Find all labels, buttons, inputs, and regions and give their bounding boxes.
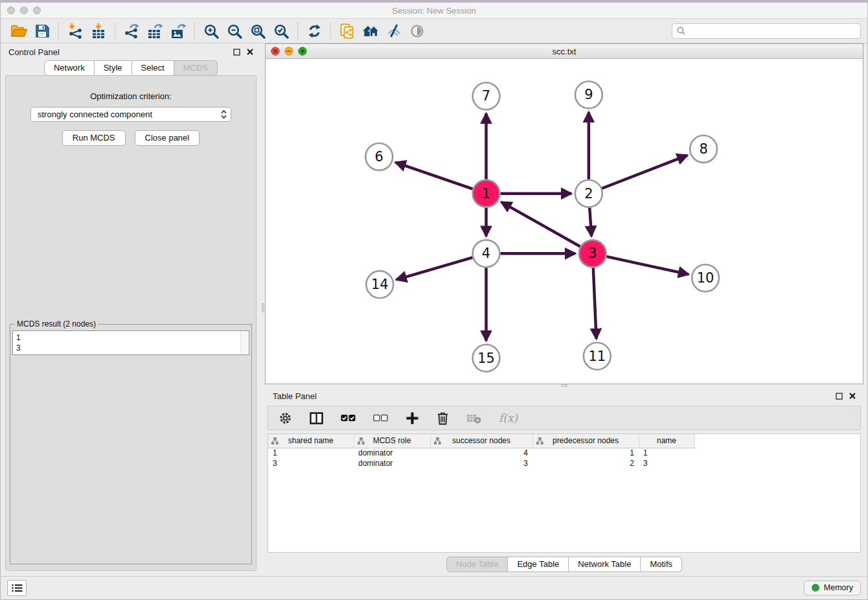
mcds-result-area[interactable]: 1 3	[12, 330, 249, 355]
right-column: scc.txt 7968124314101511 Table Panel	[265, 43, 867, 576]
select-all-checkboxes-icon[interactable]	[341, 408, 356, 428]
close-panel-icon[interactable]	[849, 393, 856, 399]
gear-icon[interactable]	[279, 408, 292, 428]
node-label-3: 3	[588, 246, 597, 261]
search-field[interactable]	[672, 23, 861, 39]
zoom-fit-icon[interactable]	[246, 21, 269, 41]
home-icon[interactable]	[359, 21, 382, 41]
search-input[interactable]	[689, 27, 856, 36]
delete-table-icon[interactable]	[466, 408, 481, 428]
tab-select[interactable]: Select	[132, 60, 174, 76]
table-toolbar: f(x)	[268, 406, 861, 430]
edge-1-6[interactable]	[396, 163, 473, 189]
node-table: shared nameMCDS rolesuccessor nodesprede…	[268, 433, 861, 553]
table-cell[interactable]: 3	[268, 458, 354, 468]
result-scrollbar[interactable]	[240, 332, 248, 354]
mcds-result-legend: MCDS result (2 nodes)	[15, 319, 98, 329]
edge-3-1[interactable]	[501, 202, 580, 247]
zoom-in-icon[interactable]	[200, 21, 223, 41]
main-toolbar	[1, 19, 867, 43]
table-row[interactable]: 3dominator323	[268, 458, 694, 468]
tab-node-table[interactable]: Node Table	[446, 557, 508, 572]
float-panel-icon[interactable]	[836, 393, 843, 400]
criterion-select-value: strongly connected component	[38, 110, 152, 119]
node-label-15: 15	[477, 351, 495, 366]
column-header-predecessor-nodes[interactable]: predecessor nodes	[532, 434, 639, 448]
tab-network-table[interactable]: Network Table	[569, 557, 641, 572]
main-area: Control Panel NetworkStyleSelectMCDS Opt…	[1, 43, 867, 576]
table-cell[interactable]: dominator	[354, 448, 430, 458]
hide-graphics-details-icon[interactable]	[382, 21, 405, 41]
toolbar-separator	[330, 23, 331, 40]
run-mcds-button[interactable]: Run MCDS	[62, 130, 126, 146]
control-panel-tabs: NetworkStyleSelectMCDS	[1, 60, 261, 76]
hierarchy-icon	[536, 437, 543, 444]
column-header-shared-name[interactable]: shared name	[268, 434, 354, 448]
tab-edge-table[interactable]: Edge Table	[508, 557, 569, 572]
tab-style[interactable]: Style	[95, 60, 132, 76]
table-row[interactable]: 1dominator411	[268, 448, 694, 458]
criterion-select[interactable]: strongly connected component	[30, 107, 231, 122]
mcds-result-box: MCDS result (2 nodes) 1 3	[10, 319, 252, 564]
refresh-icon[interactable]	[303, 21, 326, 41]
network-window-title: scc.txt	[266, 47, 863, 56]
splitter-grip[interactable]	[262, 303, 264, 312]
titlebar: Session: New Session	[1, 3, 867, 19]
network-window-titlebar[interactable]: scc.txt	[266, 44, 863, 59]
network-graph[interactable]: 7968124314101511	[266, 59, 863, 384]
search-icon	[677, 27, 685, 35]
zoom-selected-icon[interactable]	[269, 21, 293, 41]
horizontal-splitter[interactable]	[265, 384, 863, 387]
split-view-icon[interactable]	[310, 408, 323, 428]
column-header-successor-nodes[interactable]: successor nodes	[430, 434, 532, 448]
control-panel-title: Control Panel	[8, 47, 60, 57]
edge-2-3[interactable]	[589, 208, 591, 237]
edge-3-11[interactable]	[593, 268, 597, 339]
zoom-out-icon[interactable]	[223, 21, 246, 41]
edge-3-10[interactable]	[606, 257, 689, 274]
network-from-file-icon[interactable]	[336, 21, 359, 41]
column-header-name[interactable]: name	[639, 434, 694, 448]
table-cell[interactable]: 3	[430, 458, 532, 468]
import-table-icon[interactable]	[87, 21, 110, 41]
edge-4-14[interactable]	[396, 257, 472, 279]
close-panel-button[interactable]: Close panel	[135, 130, 200, 146]
vertical-splitter[interactable]	[261, 43, 265, 576]
close-panel-icon[interactable]	[247, 49, 253, 55]
mcds-tab-content: Optimization criterion: strongly connect…	[5, 75, 257, 571]
edge-2-8[interactable]	[602, 156, 687, 189]
memory-button[interactable]: Memory	[804, 581, 861, 595]
save-icon[interactable]	[30, 21, 54, 41]
table-cell[interactable]: 1	[639, 448, 694, 458]
control-panel: Control Panel NetworkStyleSelectMCDS Opt…	[1, 43, 261, 576]
table-cell[interactable]: 2	[532, 458, 639, 468]
function-builder-icon[interactable]: f(x)	[499, 408, 518, 428]
toolbar-separator	[194, 23, 195, 40]
network-canvas[interactable]: 7968124314101511	[266, 59, 863, 384]
table-cell[interactable]: 1	[268, 448, 354, 458]
open-folder-icon[interactable]	[7, 21, 30, 41]
import-network-icon[interactable]	[63, 21, 87, 41]
table-cell[interactable]: 3	[639, 458, 694, 468]
tab-motifs[interactable]: Motifs	[641, 557, 682, 572]
task-history-icon[interactable]	[7, 580, 27, 596]
trash-icon[interactable]	[437, 408, 449, 428]
control-panel-header: Control Panel	[1, 43, 261, 60]
show-graphics-details-icon[interactable]	[405, 21, 429, 41]
tab-mcds[interactable]: MCDS	[174, 60, 218, 76]
node-label-11: 11	[588, 349, 606, 364]
table-cell[interactable]: 4	[430, 448, 532, 458]
table-cell[interactable]: dominator	[354, 458, 430, 468]
export-image-icon[interactable]	[166, 21, 190, 41]
add-icon[interactable]	[405, 408, 419, 428]
export-network-icon[interactable]	[120, 21, 143, 41]
column-header-MCDS-role[interactable]: MCDS role	[354, 434, 430, 448]
node-label-7: 7	[482, 88, 490, 104]
status-bar: Memory	[1, 576, 867, 599]
tab-network[interactable]: Network	[44, 60, 95, 76]
float-panel-icon[interactable]	[233, 49, 240, 56]
export-table-icon[interactable]	[143, 21, 166, 41]
deselect-all-checkboxes-icon[interactable]	[373, 408, 388, 428]
splitter-grip[interactable]	[561, 384, 567, 387]
table-cell[interactable]: 1	[532, 448, 639, 458]
